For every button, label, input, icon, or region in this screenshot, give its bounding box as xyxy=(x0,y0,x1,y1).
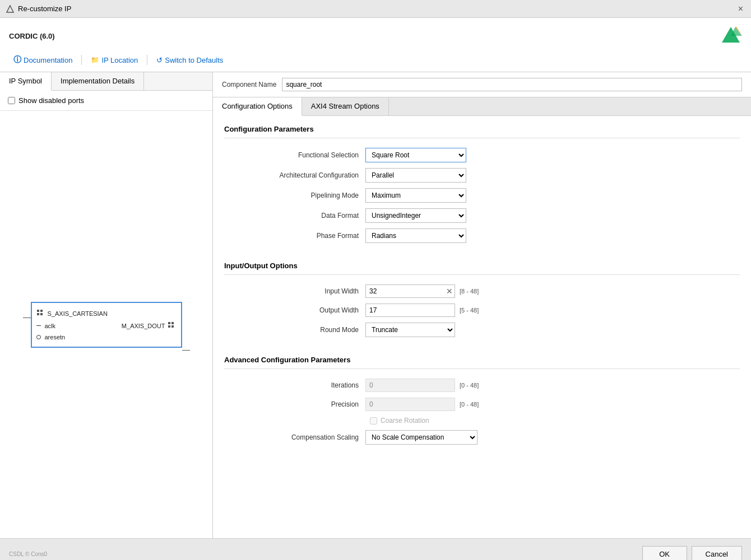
data-format-label: Data Format xyxy=(235,212,359,220)
documentation-button[interactable]: ⓘ Documentation xyxy=(9,53,77,67)
show-disabled-checkbox[interactable] xyxy=(8,97,15,104)
phase-format-control: Radians Scaled Radians xyxy=(365,228,466,243)
functional-select[interactable]: Square Root Sin and Cos Sinh and Cosh Ar… xyxy=(365,148,466,162)
iterations-label: Iterations xyxy=(235,381,359,389)
switch-defaults-button[interactable]: ↺ Switch to Defaults xyxy=(152,54,228,67)
svg-rect-5 xyxy=(40,310,43,312)
param-row-iterations: Iterations [0 - 48] xyxy=(213,376,751,395)
ip-symbol-box: S_AXIS_CARTESIAN aclk M_AXIS_DOUT xyxy=(31,302,182,348)
svg-rect-9 xyxy=(171,322,174,324)
precision-control: [0 - 48] xyxy=(365,398,479,411)
output-width-control: [5 - 48] xyxy=(365,304,479,317)
round-mode-select[interactable]: Truncate Round Up Round Pos Inf Round Ne… xyxy=(365,323,455,337)
advanced-section-divider xyxy=(224,368,740,369)
tab-configuration-options[interactable]: Configuration Options xyxy=(213,97,302,116)
info-icon: ⓘ xyxy=(13,55,21,65)
port-row-aresetn: aresetn xyxy=(32,332,181,342)
component-name-input[interactable] xyxy=(282,78,742,91)
s-axis-label: S_AXIS_CARTESIAN xyxy=(48,310,108,317)
m-axis-dout-label: M_AXIS_DOUT xyxy=(122,323,165,329)
svg-rect-7 xyxy=(40,313,43,315)
section-spacer-2 xyxy=(213,340,751,349)
config-params-divider xyxy=(224,138,740,138)
tab-ip-symbol[interactable]: IP Symbol xyxy=(0,72,52,91)
ip-location-button[interactable]: 📁 IP Location xyxy=(86,54,142,67)
aresetn-circle-icon xyxy=(36,335,41,339)
tab-config-options-label: Configuration Options xyxy=(222,102,293,110)
toolbar: ⓘ Documentation 📁 IP Location ↺ Switch t… xyxy=(9,53,742,72)
param-row-pipeline: Pipelining Mode Maximum Optimal No Pipel… xyxy=(213,185,751,206)
s-axis-port-line xyxy=(23,318,31,318)
param-row-precision: Precision [0 - 48] xyxy=(213,395,751,414)
arch-control: Parallel Word Serial xyxy=(365,168,466,183)
show-disabled-label: Show disabled ports xyxy=(18,96,84,105)
ok-button[interactable]: OK xyxy=(642,546,687,560)
port-grid-icon-s-axis xyxy=(36,309,45,318)
input-width-clear-button[interactable]: ✕ xyxy=(446,287,453,295)
svg-marker-0 xyxy=(7,6,13,12)
right-panel: Component Name Configuration Options AXI… xyxy=(213,72,751,538)
compensation-select[interactable]: No Scale Compensation Scale Compensation xyxy=(365,430,478,445)
round-mode-control: Truncate Round Up Round Pos Inf Round Ne… xyxy=(365,323,455,337)
iterations-control: [0 - 48] xyxy=(365,379,479,392)
aresetn-label: aresetn xyxy=(45,334,66,340)
tab-axi4-stream-options[interactable]: AXI4 Stream Options xyxy=(302,97,389,115)
svg-rect-8 xyxy=(168,322,170,324)
tab-ip-symbol-label: IP Symbol xyxy=(9,77,42,85)
coarse-rotation-row: Coarse Rotation xyxy=(213,414,751,427)
precision-range: [0 - 48] xyxy=(460,401,479,408)
port-row-aclk-mdout: aclk M_AXIS_DOUT xyxy=(32,320,181,332)
advanced-section: Advanced Configuration Parameters Iterat… xyxy=(213,349,751,447)
documentation-label: Documentation xyxy=(24,56,72,64)
vivado-logo xyxy=(720,25,742,47)
watermark-text: CSDL © Cons0 xyxy=(9,551,47,557)
close-button[interactable]: × xyxy=(736,4,745,14)
component-name-label: Component Name xyxy=(222,81,276,88)
arch-select[interactable]: Parallel Word Serial xyxy=(365,168,466,183)
component-name-row: Component Name xyxy=(213,72,751,97)
show-disabled-ports-row: Show disabled ports xyxy=(0,91,212,111)
port-row-s-axis: S_AXIS_CARTESIAN xyxy=(32,307,181,320)
data-format-select[interactable]: UnsignedInteger SignedFraction xyxy=(365,208,466,223)
port-grid-icon-m-axis xyxy=(168,321,177,330)
output-width-field[interactable] xyxy=(365,304,455,317)
param-row-input-width: Input Width ✕ [8 - 48] xyxy=(213,282,751,301)
phase-format-select[interactable]: Radians Scaled Radians xyxy=(365,228,466,243)
io-section: Input/Output Options Input Width ✕ [8 - … xyxy=(213,255,751,340)
param-row-arch: Architectural Configuration Parallel Wor… xyxy=(213,165,751,185)
folder-icon: 📁 xyxy=(91,56,99,64)
round-mode-label: Round Mode xyxy=(235,326,359,334)
refresh-icon: ↺ xyxy=(156,56,163,64)
config-scroll-area[interactable]: Configuration Parameters Functional Sele… xyxy=(213,116,751,538)
phase-format-label: Phase Format xyxy=(235,232,359,240)
cancel-button[interactable]: Cancel xyxy=(692,546,742,560)
input-width-field[interactable] xyxy=(365,284,455,298)
aclk-line-icon xyxy=(36,325,41,326)
app-title-text: CORDIC (6.0) xyxy=(9,32,55,40)
config-params-section: Configuration Parameters Functional Sele… xyxy=(213,116,751,246)
param-row-functional: Functional Selection Square Root Sin and… xyxy=(213,145,751,165)
coarse-rotation-checkbox xyxy=(370,417,377,424)
io-section-title: Input/Output Options xyxy=(213,255,751,274)
ip-box: S_AXIS_CARTESIAN aclk M_AXIS_DOUT xyxy=(31,302,182,348)
config-params-title: Configuration Parameters xyxy=(213,118,751,138)
pipeline-label: Pipelining Mode xyxy=(235,192,359,199)
port-left-aclk: aclk xyxy=(36,323,56,329)
precision-field xyxy=(365,398,455,411)
coarse-rotation-label: Coarse Rotation xyxy=(381,417,429,424)
arch-label: Architectural Configuration xyxy=(235,171,359,179)
aclk-label: aclk xyxy=(45,323,56,329)
pipeline-control: Maximum Optimal No Pipelining xyxy=(365,188,466,203)
port-left-s-axis: S_AXIS_CARTESIAN xyxy=(36,309,108,318)
svg-rect-6 xyxy=(37,313,39,315)
right-tab-bar: Configuration Options AXI4 Stream Option… xyxy=(213,97,751,116)
footer: CSDL © Cons0 OK Cancel xyxy=(0,538,751,560)
tab-implementation-details[interactable]: Implementation Details xyxy=(52,72,144,90)
pipeline-select[interactable]: Maximum Optimal No Pipelining xyxy=(365,188,466,203)
port-right-mdout: M_AXIS_DOUT xyxy=(122,321,177,330)
functional-control: Square Root Sin and Cos Sinh and Cosh Ar… xyxy=(365,148,466,162)
m-axis-port-line xyxy=(182,350,190,351)
output-width-range: [5 - 48] xyxy=(460,307,479,314)
svg-rect-11 xyxy=(171,325,174,328)
title-bar-left: Re-customize IP xyxy=(6,4,71,13)
